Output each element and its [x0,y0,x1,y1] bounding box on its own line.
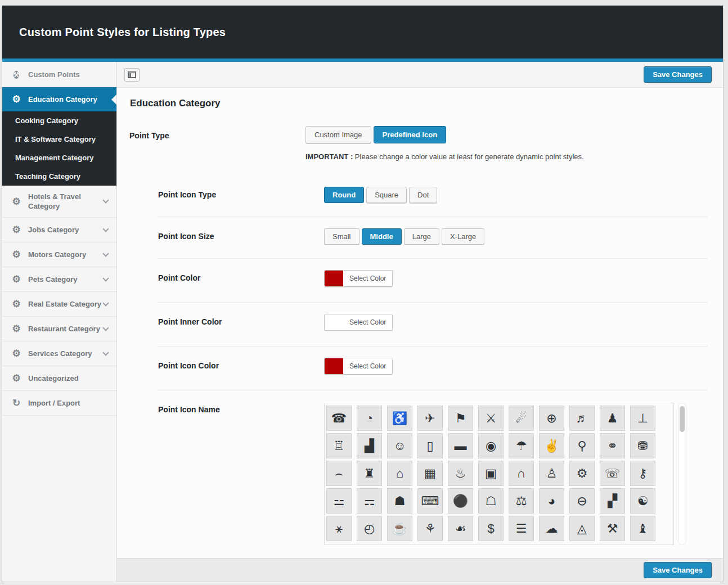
anvil-icon[interactable]: ⊥ [630,406,655,431]
airport-icon[interactable]: ⚑ [448,406,473,431]
sidebar-item-pets-category[interactable]: ⚙Pets Category [2,267,116,292]
person-info-icon[interactable]: ♙ [539,461,564,486]
layout-toggle-button[interactable] [124,68,140,82]
settings-panel: Education Category Point Type Custom Ima… [117,88,723,558]
point-icon-size-option-small[interactable]: Small [324,228,359,245]
airplane-icon[interactable]: ✈ [417,406,443,431]
coconut-drink-icon[interactable]: ☕ [387,516,412,541]
dancer-icon[interactable]: ⚹ [326,516,352,541]
excavator-icon[interactable]: ⚒ [600,516,625,541]
bar-chart-icon[interactable]: ▟ [357,433,382,458]
luggage-icon[interactable]: ▯ [417,433,443,458]
baby-icon[interactable]: ☺ [387,433,412,458]
sidebar-item-cooking-category[interactable]: Cooking Category [2,111,116,130]
phone-24h-icon[interactable]: ☎ [326,406,352,431]
sidebar-item-motors-category[interactable]: ⚙Motors Category [2,242,116,267]
point-icon-size-option-large[interactable]: Large [404,228,439,245]
tunnel-icon[interactable]: ∩ [509,461,534,486]
cement-truck-icon[interactable]: ◬ [569,516,595,541]
atm-icon[interactable]: ⌨ [417,488,443,514]
palm-island-icon[interactable]: ⚘ [417,516,443,541]
stopwatch-icon[interactable]: ◕ [539,488,564,514]
chat-bubbles-icon[interactable]: ☁ [539,516,564,541]
sidebar-item-education-category[interactable]: ⚙Education Category [2,87,116,111]
bridge-icon[interactable]: ⌢ [326,461,352,486]
coins-icon[interactable]: ☰ [509,516,534,541]
binoculars-icon[interactable]: ⚭ [600,433,625,458]
briefcase-icon[interactable]: ▬ [448,433,473,458]
support-agent-icon[interactable]: ☏ [600,461,625,486]
museum-icon[interactable]: ♜ [357,461,382,486]
gear-icon: ⚙ [10,196,23,208]
point-icon-type-option-round[interactable]: Round [324,187,364,203]
exercise-bike-icon[interactable]: ⚲ [569,433,595,458]
sidebar-item-custom-points[interactable]: ⚒Custom Points [2,62,116,87]
reception-icon[interactable]: ⚖ [509,488,534,514]
car-rental-icon[interactable]: ⚍ [326,488,352,514]
books-icon[interactable]: ⛃ [630,433,655,458]
sidebar-item-label: Teaching Category [15,172,109,181]
point-icon-size-option-middle[interactable]: Middle [362,228,402,245]
point-type-option-predefined-icon[interactable]: Predefined Icon [374,126,447,143]
clock-24h-icon[interactable]: ◔ [357,406,382,431]
car-icon[interactable]: ⚎ [357,488,382,514]
saxophone-icon[interactable]: ♬ [569,406,595,431]
city-buildings-icon[interactable]: ▞ [600,488,625,514]
beach-umbrella-icon[interactable]: ☂ [509,433,534,458]
key-icon[interactable]: ⚷ [630,461,655,486]
sidebar-item-it-software-category[interactable]: IT & Software Category [2,130,116,148]
point-type-option-custom-image[interactable]: Custom Image [305,126,371,143]
sidebar-item-management-category[interactable]: Management Category [2,148,116,167]
sidebar-item-restaurant-category[interactable]: ⚙Restaurant Category [2,317,116,341]
globe-icon[interactable]: ⊕ [539,406,564,431]
bus-icon[interactable]: ▣ [478,461,504,486]
office-building-icon[interactable]: ▦ [417,461,443,486]
round-building-icon[interactable]: ⌂ [387,461,412,486]
construction-worker-icon[interactable]: ♝ [630,516,655,541]
bank-icon[interactable]: ♖ [326,433,352,458]
point-type-label: Point Type [129,126,305,161]
point-icon-type-option-square[interactable]: Square [366,187,407,203]
gear-icon: ⚙ [10,298,23,310]
point-icon-color-picker-button[interactable]: Select Color [324,358,393,375]
bowling-ball-icon[interactable]: ⚫ [448,488,473,514]
point-icon-type-option-dot[interactable]: Dot [409,187,437,203]
point-color-swatch [325,271,343,286]
wheelchair-icon[interactable]: ♿ [387,406,412,431]
gear-bolt-icon[interactable]: ⚙ [569,461,595,486]
no-entry-icon[interactable]: ⊖ [569,488,595,514]
save-changes-button-top[interactable]: Save Changes [644,66,712,83]
fast-food-icon[interactable]: ♨ [448,461,473,486]
sidebar-item-uncategorized[interactable]: ⚙Uncategorized [2,366,116,391]
sidebar-item-teaching-category[interactable]: Teaching Category [2,167,116,186]
chevron-down-icon [102,349,109,356]
sidebar-filler [2,416,116,582]
clock-icon[interactable]: ◴ [357,516,382,541]
point-icon-size-option-x-large[interactable]: X-Large [442,228,484,245]
icon-grid-scrollbar[interactable] [678,403,686,545]
icon-grid-scrollbar-thumb[interactable] [680,406,685,432]
point-icon-name-row: Point Icon Name☎◔♿✈⚑⚔☄⊕♬♟⊥♖▟☺▯▬◉☂✌⚲⚭⛃⌢♜⌂… [158,390,707,558]
dollar-coin-icon[interactable]: $ [478,516,504,541]
sidebar-item-real-estate-category[interactable]: ⚙Real Estate Category [2,292,116,317]
cannon-icon[interactable]: ☗ [387,488,412,514]
sidebar-item-jobs-category[interactable]: ⚙Jobs Category [2,218,116,242]
sidebar-item-hotels-travel-category[interactable]: ⚙Hotels & Travel Category [2,186,116,218]
arm-muscle-icon[interactable]: ✌ [539,433,564,458]
sidebar-item-import-export[interactable]: ↻Import / Export [2,391,116,416]
point-inner-color-picker-button[interactable]: Select Color [324,314,393,331]
coffee-beans-icon[interactable]: ☙ [448,516,473,541]
gear-icon: ⚙ [10,372,23,384]
point-color-picker-button[interactable]: Select Color [324,270,393,287]
sidebar-item-services-category[interactable]: ⚙Services Category [2,341,116,366]
android-icon[interactable]: ♟ [600,406,625,431]
sidebar-item-label: Management Category [15,153,109,163]
basketball-icon[interactable]: ◉ [478,433,504,458]
world-flight-icon[interactable]: ☄ [509,406,534,431]
massage-icon[interactable]: ☯ [630,488,655,514]
section-heading: Education Category [130,98,708,109]
jet-fighter-icon[interactable]: ⚔ [478,406,504,431]
save-changes-button-bottom[interactable]: Save Changes [644,562,712,578]
shield-icon[interactable]: ☖ [478,488,504,514]
sidebar: ⚒Custom Points⚙Education CategoryCooking… [2,62,117,582]
